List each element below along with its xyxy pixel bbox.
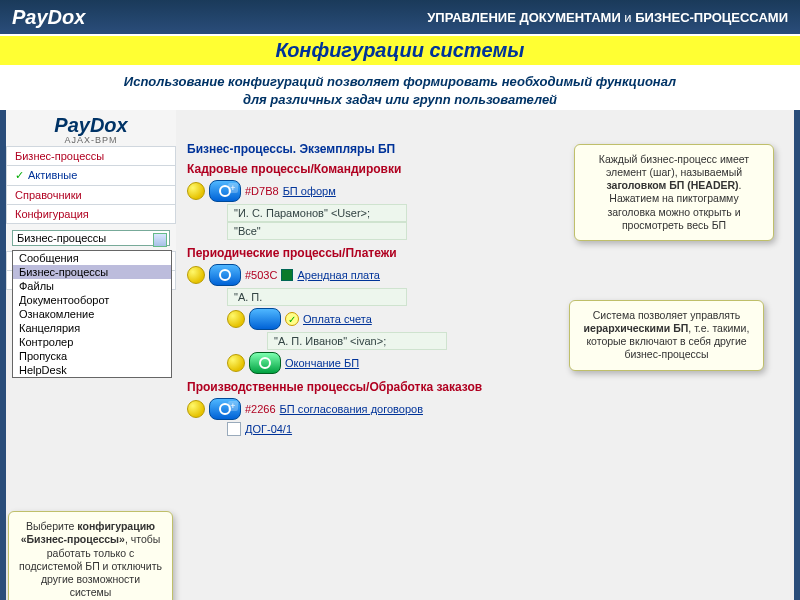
config-dropdown-list: Сообщения Бизнес-процессы Файлы Документ… [12, 250, 172, 378]
config-select[interactable]: Бизнес-процессы [12, 230, 170, 246]
check-icon: ✓ [285, 312, 299, 326]
bp-link[interactable]: Окончание БП [285, 357, 359, 369]
group-title: Периодические процессы/Платежи [187, 246, 788, 260]
bp-header-node[interactable] [209, 180, 241, 202]
bp-link[interactable]: Оплата счета [303, 313, 372, 325]
sidebar-item-active[interactable]: Активные [6, 165, 176, 186]
page-description: Использование конфигураций позволяет фор… [0, 67, 800, 110]
tagline: УПРАВЛЕНИЕ ДОКУМЕНТАМИ и БИЗНЕС-ПРОЦЕССА… [427, 10, 788, 25]
pin-icon [227, 354, 245, 372]
bp-detail: "И. С. Парамонов" <User>; [227, 204, 407, 222]
dd-option[interactable]: HelpDesk [13, 363, 171, 377]
bp-node[interactable] [249, 308, 281, 330]
bp-link[interactable]: Арендная плата [297, 269, 380, 281]
bp-code: #2266 [245, 403, 276, 415]
bp-link[interactable]: БП согласования договоров [280, 403, 423, 415]
bp-code: #D7B8 [245, 185, 279, 197]
sidebar: PayDox AJAX-BPM Бизнес-процессы Активные… [6, 110, 176, 290]
bp-detail: "А. П. Иванов" <ivan>; [267, 332, 447, 350]
sidebar-item-bp[interactable]: Бизнес-процессы [6, 146, 176, 166]
dd-option[interactable]: Пропуска [13, 349, 171, 363]
bp-node[interactable] [209, 264, 241, 286]
bp-detail: "Все" [227, 222, 407, 240]
pin-icon [187, 182, 205, 200]
bp-detail: "А. П. [227, 288, 407, 306]
tip-select-config: Выберите конфигурацию «Бизнес-процессы»,… [8, 511, 173, 600]
bp-header-node[interactable] [209, 398, 241, 420]
doc-icon [227, 422, 241, 436]
config-dropdown-wrap: Бизнес-процессы Сообщения Бизнес-процесс… [6, 224, 176, 252]
page-title-banner: Конфигурации системы [0, 34, 800, 67]
dd-option[interactable]: Ознакомление [13, 307, 171, 321]
sidebar-item-config[interactable]: Конфигурация [6, 204, 176, 224]
dd-option[interactable]: Канцелярия [13, 321, 171, 335]
pin-icon [227, 310, 245, 328]
bp-link[interactable]: БП оформ [283, 185, 336, 197]
workspace: PayDox AJAX-BPM Бизнес-процессы Активные… [6, 110, 794, 600]
dd-option[interactable]: Контролер [13, 335, 171, 349]
bp-code: #503C [245, 269, 277, 281]
bp-end-node[interactable] [249, 352, 281, 374]
dd-option[interactable]: Документооборот [13, 293, 171, 307]
sidebar-item-ref[interactable]: Справочники [6, 185, 176, 205]
brand-logo: PayDox [12, 6, 85, 29]
doc-link[interactable]: ДОГ-04/1 [245, 423, 292, 435]
top-bar: PayDox УПРАВЛЕНИЕ ДОКУМЕНТАМИ и БИЗНЕС-П… [0, 0, 800, 34]
pin-icon [187, 400, 205, 418]
tip-hierarchy: Система позволяет управлять иерархически… [569, 300, 764, 371]
dd-option[interactable]: Бизнес-процессы [13, 265, 171, 279]
group-title: Производственные процессы/Обработка зака… [187, 380, 788, 394]
tip-header: Каждый бизнес-процесс имеет элемент (шаг… [574, 144, 774, 241]
money-icon [281, 269, 293, 281]
pin-icon [187, 266, 205, 284]
inner-logo: PayDox AJAX-BPM [6, 110, 176, 147]
dd-option[interactable]: Сообщения [13, 251, 171, 265]
dd-option[interactable]: Файлы [13, 279, 171, 293]
